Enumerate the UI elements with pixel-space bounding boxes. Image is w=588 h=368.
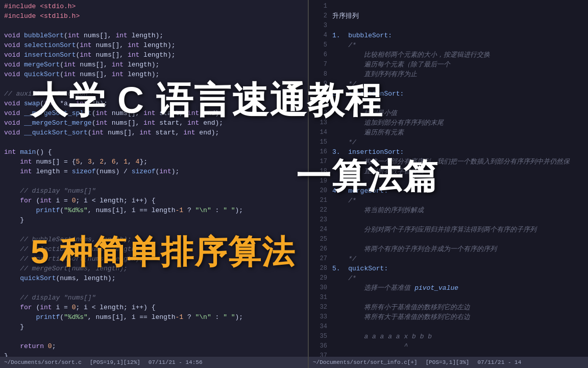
- code-line: [0, 138, 308, 148]
- right-line: 14 遍历所有元素: [309, 128, 588, 138]
- right-line: 31: [309, 293, 588, 303]
- right-line: 32 将所有小于基准值的数移到它的左边: [309, 303, 588, 313]
- code-line: [0, 177, 308, 187]
- code-line: void quickSort(int nums[], int length);: [0, 70, 308, 80]
- right-line: 34: [309, 323, 588, 332]
- code-line: // display "nums[]": [0, 187, 308, 196]
- right-line: 33 将所有大于基准值的数移到它的右边: [309, 313, 588, 323]
- left-panel: #include <stdio.h> #include <stdlib.h> v…: [0, 0, 309, 368]
- right-line: 18 直到所有数字都被插: [309, 167, 588, 177]
- right-line: 285. quickSort:: [309, 264, 588, 274]
- code-line: for (int i = 0; i < length; i++) {: [0, 303, 308, 313]
- code-line: [0, 225, 308, 235]
- code-line: #include <stdlib.h>: [0, 12, 308, 21]
- left-pos: [POS=19,1][12%]: [90, 359, 140, 365]
- code-line: void bubbleSort(int nums[], int length);: [0, 31, 308, 41]
- right-line: 204. mergeSort:: [309, 187, 588, 196]
- right-line: 24 分别对两个子序列应用归并排序算法得到两个有序的子序列: [309, 225, 588, 235]
- code-line: quickSort(nums, length);: [0, 274, 308, 284]
- code-line: // mergeSort(nums, length);: [0, 264, 308, 274]
- status-bar-right: ~/Documents/sort/sort_info.c[+] [POS=3,1…: [309, 357, 588, 368]
- right-line: 3: [309, 21, 588, 31]
- right-line: 8 直到序列有序为止: [309, 70, 588, 80]
- right-datetime: 07/11/21 - 14: [477, 359, 521, 365]
- left-code-area: #include <stdio.h> #include <stdlib.h> v…: [0, 0, 308, 368]
- right-line: 5 /*: [309, 41, 588, 51]
- right-line: 30 选择一个基准值 pivot_value: [309, 284, 588, 293]
- main-container: #include <stdio.h> #include <stdlib.h> v…: [0, 0, 588, 368]
- right-line: 7 遍历每个元素（除了最后一个: [309, 60, 588, 70]
- code-line: // bubbleSort(nums, length);: [0, 235, 308, 245]
- right-line: 102. selectionSort:: [309, 89, 588, 99]
- right-line: 23: [309, 216, 588, 225]
- code-line: return 0;: [0, 342, 308, 352]
- right-line: 35 a a a a a x b b b: [309, 332, 588, 342]
- right-line: 11 /*: [309, 99, 588, 109]
- right-filename: ~/Documents/sort/sort_info.c[+]: [313, 359, 418, 365]
- code-line: // selectionSort(nums, length);: [0, 245, 308, 255]
- code-line: void insertionSort(int nums[], int lengt…: [0, 51, 308, 60]
- right-line: 22 将当前的序列拆解成: [309, 206, 588, 216]
- right-line: 36 ^: [309, 342, 588, 352]
- code-line: printf("%d%s", nums[i], i == length-1 ? …: [0, 206, 308, 216]
- code-line: void __mergeSort_merge(int nums[], int s…: [0, 119, 308, 128]
- code-line: [0, 332, 308, 342]
- right-line: 15 */: [309, 138, 588, 148]
- right-line: 1: [309, 2, 588, 12]
- right-line: 27 */: [309, 255, 588, 264]
- right-line: 6 比较相邻两个元素的大小，按逻辑进行交换: [309, 51, 588, 60]
- right-line: 17 构建一个部分有序序列，我们把一个数插入到部分有序序列中并仍然保: [309, 157, 588, 167]
- code-line: // display "nums[]": [0, 293, 308, 303]
- code-line: int main() {: [0, 148, 308, 157]
- code-line: void __mergeSort_split(int nums[], int s…: [0, 109, 308, 119]
- right-line: 9 */: [309, 80, 588, 89]
- right-line: 21 /*: [309, 196, 588, 206]
- code-line: for (int i = 0; i < length; i++) {: [0, 196, 308, 206]
- code-line: // auxiliary function: [0, 89, 308, 99]
- code-line: void selectionSort(int nums[], int lengt…: [0, 41, 308, 51]
- status-bar-left: ~/Documents/sort/sort.c [POS=19,1][12%] …: [0, 357, 309, 368]
- right-code-area: 1 2升序排列 3 41. bubbleSort: 5 /* 6 比较相邻两个元…: [309, 0, 588, 368]
- right-line: 26 将两个有序的子序列合并成为一个有序的序列: [309, 245, 588, 255]
- code-line: #include <stdio.h>: [0, 2, 308, 12]
- right-line: 19 */: [309, 177, 588, 187]
- right-panel: 1 2升序排列 3 41. bubbleSort: 5 /* 6 比较相邻两个元…: [309, 0, 588, 368]
- right-line: 13 追加到部分有序序列的末尾: [309, 119, 588, 128]
- right-line: 12 找到最小值: [309, 109, 588, 119]
- right-line: 25: [309, 235, 588, 245]
- code-line: void mergeSort(int nums[], int length);: [0, 60, 308, 70]
- code-line: }: [0, 323, 308, 332]
- code-line: [0, 80, 308, 89]
- code-line: int length = sizeof(nums) / sizeof(int);: [0, 167, 308, 177]
- code-line: printf("%d%s", nums[i], i == length-1 ? …: [0, 313, 308, 323]
- right-line: 2升序排列: [309, 12, 588, 21]
- code-line: // insertionSort(nums, length);: [0, 255, 308, 264]
- left-filename: ~/Documents/sort/sort.c: [4, 359, 82, 365]
- right-line: 163. insertionSort:: [309, 148, 588, 157]
- code-line: }: [0, 216, 308, 225]
- code-line: [0, 21, 308, 31]
- code-line: int nums[] = {5, 3, 2, 6, 1, 4};: [0, 157, 308, 167]
- right-line: 29 /*: [309, 274, 588, 284]
- code-line: void __quickSort_sort(int nums[], int st…: [0, 128, 308, 138]
- left-datetime: 07/11/21 - 14:56: [149, 359, 203, 365]
- code-line: void swap(int *a, int *b);: [0, 99, 308, 109]
- right-pos: [POS=3,1][3%]: [426, 359, 470, 365]
- right-line: 41. bubbleSort:: [309, 31, 588, 41]
- code-line: [0, 284, 308, 293]
